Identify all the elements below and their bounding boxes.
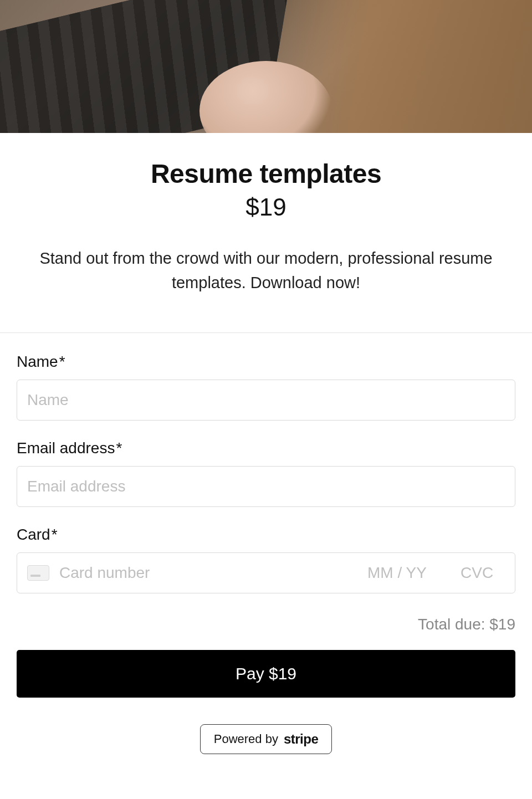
required-mark: * <box>52 526 58 543</box>
pay-button[interactable]: Pay $19 <box>17 650 515 698</box>
email-field-group: Email address* <box>17 439 515 507</box>
card-field-group: Card* <box>17 526 515 593</box>
name-input[interactable] <box>17 380 515 421</box>
name-label-text: Name <box>17 353 58 370</box>
email-label-text: Email address <box>17 439 115 457</box>
required-mark: * <box>59 353 65 370</box>
checkout-form: Name* Email address* Card* Total due: $1… <box>0 333 532 698</box>
stripe-logo: stripe <box>284 731 318 747</box>
card-input-row[interactable] <box>17 552 515 593</box>
card-label-text: Card <box>17 526 50 543</box>
powered-by-text: Powered by <box>214 732 278 746</box>
product-price: $19 <box>17 193 515 221</box>
hero-image <box>0 0 532 133</box>
name-label: Name* <box>17 353 515 371</box>
card-label: Card* <box>17 526 515 544</box>
total-due: Total due: $19 <box>17 616 515 633</box>
email-label: Email address* <box>17 439 515 457</box>
card-cvc-input[interactable] <box>461 564 505 582</box>
required-mark: * <box>116 439 122 457</box>
product-description: Stand out from the crowd with our modern… <box>17 247 515 295</box>
name-field-group: Name* <box>17 353 515 421</box>
card-expiry-input[interactable] <box>367 564 451 582</box>
product-title: Resume templates <box>17 158 515 189</box>
email-input[interactable] <box>17 466 515 507</box>
powered-by-stripe-badge[interactable]: Powered by stripe <box>200 724 332 754</box>
card-number-input[interactable] <box>59 564 357 582</box>
footer: Powered by stripe <box>0 698 532 787</box>
card-icon <box>27 565 49 581</box>
